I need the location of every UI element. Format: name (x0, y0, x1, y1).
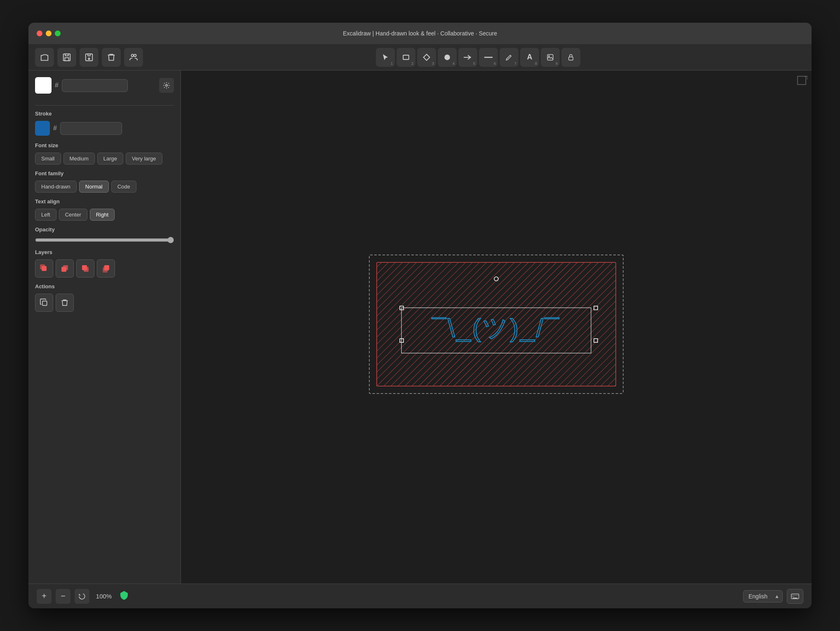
zoom-reset-button[interactable] (75, 589, 89, 604)
svg-rect-21 (42, 301, 47, 306)
bottom-right: English Español Français ▲ (743, 589, 803, 604)
collaborate-button[interactable] (124, 48, 143, 67)
app-window: Excalidraw | Hand-drawn look & feel · Co… (28, 23, 812, 608)
layer-bring-forward[interactable] (76, 259, 94, 278)
svg-point-11 (166, 85, 168, 87)
font-size-medium[interactable]: Medium (63, 153, 95, 165)
font-size-label: Font size (35, 142, 174, 148)
layer-send-to-back[interactable] (35, 259, 53, 278)
toolbar-left (35, 48, 143, 67)
export-button[interactable] (80, 48, 99, 67)
lock-tool[interactable] (561, 48, 580, 67)
main-area: # ffffff Stroke # 1864ab Font size Small… (28, 71, 812, 584)
align-right[interactable]: Right (90, 209, 115, 221)
text-align-label: Text align (35, 198, 174, 205)
close-button[interactable] (37, 31, 42, 36)
open-button[interactable] (35, 48, 54, 67)
trash-button[interactable] (56, 294, 74, 312)
svg-point-9 (549, 55, 549, 56)
background-color-row: # ffffff (35, 77, 174, 94)
svg-point-5 (444, 54, 450, 60)
font-hand-drawn[interactable]: Hand-drawn (35, 181, 77, 193)
stroke-color-swatch[interactable] (35, 121, 50, 136)
font-size-group: Small Medium Large Very large (35, 153, 174, 165)
text-align-group: Left Center Right (35, 209, 174, 221)
font-normal[interactable]: Normal (79, 181, 109, 193)
font-size-very-large[interactable]: Very large (126, 153, 162, 165)
duplicate-button[interactable] (35, 294, 53, 312)
canvas-area[interactable]: ¯\_(ツ)_/¯ (181, 71, 812, 584)
font-family-group: Hand-drawn Normal Code (35, 181, 174, 193)
svg-point-2 (131, 54, 134, 57)
opacity-slider[interactable] (35, 237, 174, 243)
svg-rect-15 (63, 265, 68, 270)
background-color-swatch[interactable] (35, 77, 52, 94)
svg-text:¯\_(ツ)_/¯: ¯\_(ツ)_/¯ (432, 313, 561, 342)
svg-rect-4 (403, 55, 409, 59)
settings-button[interactable] (159, 78, 174, 93)
svg-point-3 (134, 54, 136, 57)
font-code[interactable]: Code (111, 181, 136, 193)
maximize-button[interactable] (55, 31, 61, 36)
zoom-in-button[interactable]: + (37, 589, 52, 604)
shield-icon (119, 590, 129, 603)
font-size-small[interactable]: Small (35, 153, 61, 165)
zoom-controls: + − 100% (37, 589, 114, 604)
delete-button[interactable] (102, 48, 121, 67)
diamond-tool[interactable]: 3 (417, 48, 436, 67)
language-select[interactable]: English Español Français (743, 590, 783, 603)
circle-tool[interactable]: 4 (438, 48, 457, 67)
rectangle-tool[interactable]: 2 (397, 48, 415, 67)
toolbar: 1 2 3 4 5 6 7 (28, 44, 812, 71)
canvas-svg: ¯\_(ツ)_/¯ (368, 254, 624, 394)
arrow-tool[interactable]: 5 (458, 48, 477, 67)
toolbar-center: 1 2 3 4 5 6 7 (151, 48, 805, 67)
select-tool[interactable]: 1 (376, 48, 395, 67)
actions-label: Actions (35, 283, 174, 290)
save-button[interactable] (57, 48, 76, 67)
language-wrapper: English Español Français ▲ (743, 590, 783, 603)
font-size-large[interactable]: Large (97, 153, 123, 165)
background-hex-input[interactable]: ffffff (62, 79, 128, 92)
corner-icon (796, 75, 807, 88)
keyboard-button[interactable] (787, 589, 803, 604)
titlebar: Excalidraw | Hand-drawn look & feel · Co… (28, 23, 812, 44)
stroke-row: # 1864ab (35, 121, 174, 136)
bottombar: + − 100% English Español Français ▲ (28, 584, 812, 608)
svg-rect-13 (40, 264, 45, 269)
layer-bring-to-front[interactable] (97, 259, 115, 278)
text-tool[interactable]: A 8 (520, 48, 539, 67)
stroke-label: Stroke (35, 111, 174, 117)
layers-label: Layers (35, 249, 174, 255)
minimize-button[interactable] (46, 31, 52, 36)
pencil-tool[interactable]: 7 (500, 48, 519, 67)
image-tool[interactable]: 9 (541, 48, 560, 67)
sidebar: # ffffff Stroke # 1864ab Font size Small… (28, 71, 181, 584)
svg-rect-17 (82, 265, 87, 270)
stroke-hex-input[interactable]: 1864ab (60, 122, 122, 135)
traffic-lights (37, 31, 61, 36)
font-family-label: Font family (35, 170, 174, 177)
layers-row (35, 259, 174, 278)
titlebar-title: Excalidraw | Hand-drawn look & feel · Co… (35, 30, 805, 37)
zoom-out-button[interactable]: − (56, 589, 70, 604)
align-left[interactable]: Left (35, 209, 56, 221)
layer-send-backward[interactable] (56, 259, 74, 278)
actions-row (35, 294, 174, 312)
align-center[interactable]: Center (59, 209, 87, 221)
drawing-canvas: ¯\_(ツ)_/¯ (368, 254, 624, 394)
line-tool[interactable]: 6 (479, 48, 498, 67)
opacity-label: Opacity (35, 226, 174, 233)
svg-rect-20 (104, 265, 109, 270)
zoom-value: 100% (94, 593, 114, 600)
svg-rect-10 (569, 57, 573, 60)
